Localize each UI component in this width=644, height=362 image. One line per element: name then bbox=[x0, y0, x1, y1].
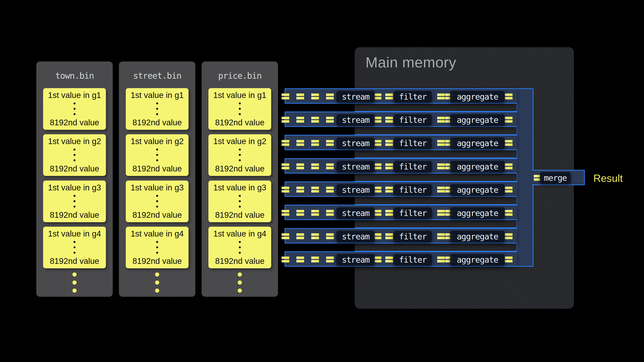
data-flow-dashes-icon bbox=[282, 187, 289, 193]
value-group-block: 1st value in g2 8192nd value bbox=[126, 134, 188, 176]
data-flow-dashes-icon bbox=[374, 210, 382, 216]
data-flow-dashes-icon bbox=[385, 140, 393, 146]
data-flow-dashes-icon bbox=[437, 117, 445, 123]
vertical-ellipsis-icon bbox=[239, 241, 241, 254]
data-flow-dashes-icon bbox=[326, 140, 334, 146]
stage-box-filter: filter bbox=[394, 114, 432, 126]
data-flow-dashes-icon bbox=[385, 233, 393, 239]
vertical-ellipsis-icon bbox=[156, 241, 158, 254]
vertical-ellipsis-icon bbox=[156, 149, 158, 161]
data-flow-dashes-icon bbox=[282, 257, 289, 262]
data-flow-dashes-icon bbox=[374, 140, 382, 146]
stage-box-filter: filter bbox=[394, 184, 432, 196]
file-name-label: town.bin bbox=[36, 61, 113, 88]
block-first-value-label: 1st value in g4 bbox=[213, 229, 266, 239]
data-flow-dashes-icon bbox=[311, 140, 319, 146]
block-last-value-label: 8192nd value bbox=[215, 118, 264, 127]
stage-box-aggregate: aggregate bbox=[450, 137, 505, 149]
value-group-block: 1st value in g2 8192nd value bbox=[43, 134, 106, 176]
stage-box-aggregate: aggregate bbox=[450, 207, 505, 219]
block-first-value-label: 1st value in g3 bbox=[48, 183, 101, 192]
merge-bar: merge bbox=[532, 170, 585, 185]
value-group-block: 1st value in g3 8192nd value bbox=[43, 181, 106, 222]
data-flow-dashes-icon bbox=[311, 117, 319, 123]
data-flow-dashes-icon bbox=[437, 233, 445, 239]
value-group-block: 1st value in g4 8192nd value bbox=[43, 227, 106, 268]
data-flow-dashes-icon bbox=[296, 233, 304, 239]
pipeline-lane: stream filter aggregate bbox=[284, 112, 517, 127]
block-first-value-label: 1st value in g2 bbox=[130, 136, 184, 146]
data-flow-dashes-icon bbox=[311, 187, 319, 193]
vertical-ellipsis-icon bbox=[74, 149, 76, 161]
data-flow-dashes-icon bbox=[311, 257, 319, 262]
data-flow-dashes-icon bbox=[385, 163, 393, 169]
data-flow-dashes-icon bbox=[296, 257, 304, 262]
data-flow-dashes-icon bbox=[437, 257, 445, 262]
data-flow-dashes-icon bbox=[505, 163, 512, 169]
data-flow-dashes-icon bbox=[505, 257, 512, 262]
stage-box-filter: filter bbox=[394, 137, 432, 149]
data-flow-dashes-icon bbox=[296, 187, 304, 193]
data-flow-dashes-icon bbox=[437, 163, 445, 169]
block-first-value-label: 1st value in g4 bbox=[48, 229, 101, 239]
data-flow-dashes-icon bbox=[311, 93, 319, 99]
vertical-ellipsis-icon bbox=[239, 195, 241, 208]
stage-box-aggregate: aggregate bbox=[450, 114, 505, 126]
vertical-ellipsis-icon bbox=[156, 102, 158, 115]
data-flow-dashes-icon bbox=[296, 163, 304, 169]
pipeline-lane: stream filter aggregate bbox=[284, 181, 517, 197]
value-group-block: 1st value in g1 8192nd value bbox=[126, 88, 188, 130]
chunk-buffer-strip bbox=[355, 219, 517, 228]
stage-box-aggregate: aggregate bbox=[450, 231, 505, 242]
data-flow-dashes-icon bbox=[505, 93, 512, 99]
block-last-value-label: 8192nd value bbox=[132, 210, 182, 220]
data-flow-dashes-icon bbox=[296, 93, 304, 99]
data-flow-dashes-icon bbox=[437, 210, 445, 216]
stage-box-aggregate: aggregate bbox=[450, 184, 505, 196]
stage-box-stream: stream bbox=[336, 207, 375, 219]
data-flow-dashes-icon bbox=[282, 140, 289, 146]
data-flow-dashes-icon bbox=[374, 257, 382, 262]
data-flow-dashes-icon bbox=[296, 117, 304, 123]
vertical-ellipsis-icon bbox=[74, 102, 76, 115]
value-group-block: 1st value in g4 8192nd value bbox=[208, 227, 271, 268]
merge-operator-box: merge bbox=[540, 172, 571, 184]
data-flow-dashes-icon bbox=[326, 163, 334, 169]
stage-box-stream: stream bbox=[336, 184, 375, 196]
file-panel-town: town.bin 1st value in g1 8192nd value 1s… bbox=[36, 61, 113, 297]
chunk-buffer-strip bbox=[355, 243, 517, 252]
stage-box-aggregate: aggregate bbox=[450, 91, 505, 102]
block-last-value-label: 8192nd value bbox=[50, 256, 99, 266]
value-group-block: 1st value in g4 8192nd value bbox=[126, 227, 188, 268]
stage-box-filter: filter bbox=[394, 207, 432, 219]
block-last-value-label: 8192nd value bbox=[215, 164, 264, 173]
chunk-buffer-strip bbox=[355, 149, 517, 158]
block-first-value-label: 1st value in g1 bbox=[130, 90, 184, 100]
stage-box-filter: filter bbox=[394, 91, 432, 102]
value-group-block: 1st value in g2 8192nd value bbox=[208, 134, 271, 176]
stage-box-stream: stream bbox=[336, 161, 375, 172]
block-first-value-label: 1st value in g1 bbox=[213, 90, 266, 100]
block-last-value-label: 8192nd value bbox=[215, 256, 264, 266]
stage-box-aggregate: aggregate bbox=[450, 254, 505, 266]
data-flow-dashes-icon bbox=[505, 210, 512, 216]
block-first-value-label: 1st value in g3 bbox=[130, 183, 184, 192]
data-flow-dashes-icon bbox=[505, 233, 512, 239]
block-last-value-label: 8192nd value bbox=[50, 164, 99, 173]
data-flow-dashes-icon bbox=[282, 233, 289, 239]
more-groups-ellipsis-icon bbox=[119, 273, 195, 293]
block-first-value-label: 1st value in g3 bbox=[213, 183, 266, 192]
block-first-value-label: 1st value in g1 bbox=[48, 90, 101, 100]
more-groups-ellipsis-icon bbox=[202, 273, 278, 293]
block-last-value-label: 8192nd value bbox=[132, 164, 182, 173]
main-memory-title: Main memory bbox=[366, 54, 456, 71]
stage-box-stream: stream bbox=[336, 137, 375, 149]
block-last-value-label: 8192nd value bbox=[215, 210, 264, 220]
data-flow-dashes-icon bbox=[296, 210, 304, 216]
data-flow-dashes-icon bbox=[282, 93, 289, 99]
data-flow-dashes-icon bbox=[282, 163, 289, 169]
chunk-buffer-strip bbox=[355, 103, 517, 112]
file-panel-price: price.bin 1st value in g1 8192nd value 1… bbox=[202, 61, 278, 297]
chunk-buffer-strip bbox=[355, 173, 517, 182]
data-flow-dashes-icon bbox=[385, 117, 393, 123]
